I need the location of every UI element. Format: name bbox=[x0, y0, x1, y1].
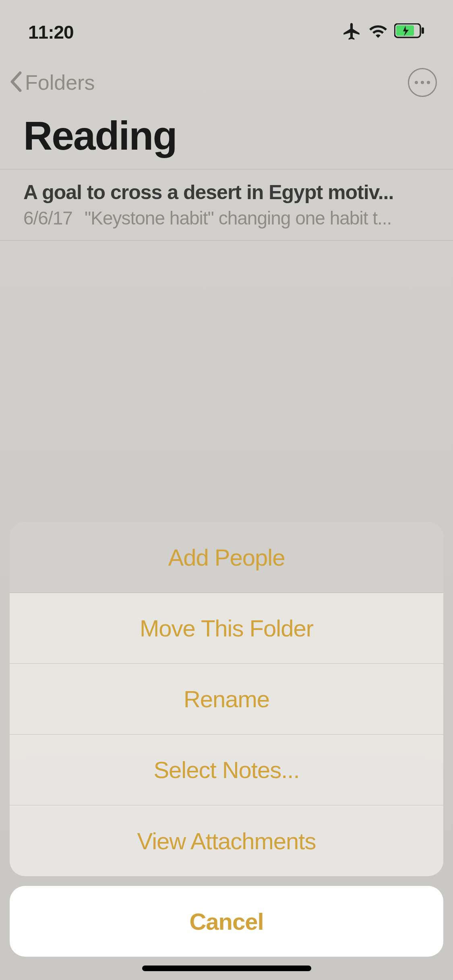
note-title: A goal to cross a desert in Egypt motiv.… bbox=[23, 181, 430, 204]
battery-charging-icon bbox=[394, 23, 425, 41]
wifi-icon bbox=[368, 22, 388, 43]
status-time: 11:20 bbox=[28, 21, 74, 43]
note-row[interactable]: A goal to cross a desert in Egypt motiv.… bbox=[0, 169, 453, 241]
dot-icon bbox=[415, 81, 418, 84]
action-view-attachments[interactable]: View Attachments bbox=[10, 805, 443, 876]
page-title: Reading bbox=[23, 113, 176, 159]
action-group: Add People Move This Folder Rename Selec… bbox=[10, 522, 443, 876]
note-list: A goal to cross a desert in Egypt motiv.… bbox=[0, 169, 453, 241]
back-label: Folders bbox=[25, 70, 95, 95]
action-select-notes[interactable]: Select Notes... bbox=[10, 735, 443, 805]
note-preview: "Keystone habit" changing one habit t... bbox=[85, 207, 430, 229]
note-date: 6/6/17 bbox=[23, 207, 72, 229]
dot-icon bbox=[421, 81, 424, 84]
chevron-left-icon bbox=[8, 70, 24, 95]
note-subtitle: 6/6/17 "Keystone habit" changing one hab… bbox=[23, 207, 430, 229]
airplane-mode-icon bbox=[342, 21, 362, 43]
action-rename[interactable]: Rename bbox=[10, 664, 443, 735]
action-move-folder[interactable]: Move This Folder bbox=[10, 593, 443, 664]
action-sheet: Add People Move This Folder Rename Selec… bbox=[0, 522, 453, 980]
action-add-people[interactable]: Add People bbox=[10, 522, 443, 593]
back-button[interactable]: Folders bbox=[8, 70, 95, 95]
status-icons bbox=[342, 21, 425, 43]
svg-rect-2 bbox=[422, 27, 424, 34]
home-indicator[interactable] bbox=[142, 966, 311, 971]
more-options-button[interactable] bbox=[408, 68, 437, 97]
dot-icon bbox=[427, 81, 430, 84]
status-bar: 11:20 bbox=[0, 0, 453, 56]
nav-bar: Folders bbox=[0, 62, 453, 103]
cancel-button[interactable]: Cancel bbox=[10, 886, 443, 957]
